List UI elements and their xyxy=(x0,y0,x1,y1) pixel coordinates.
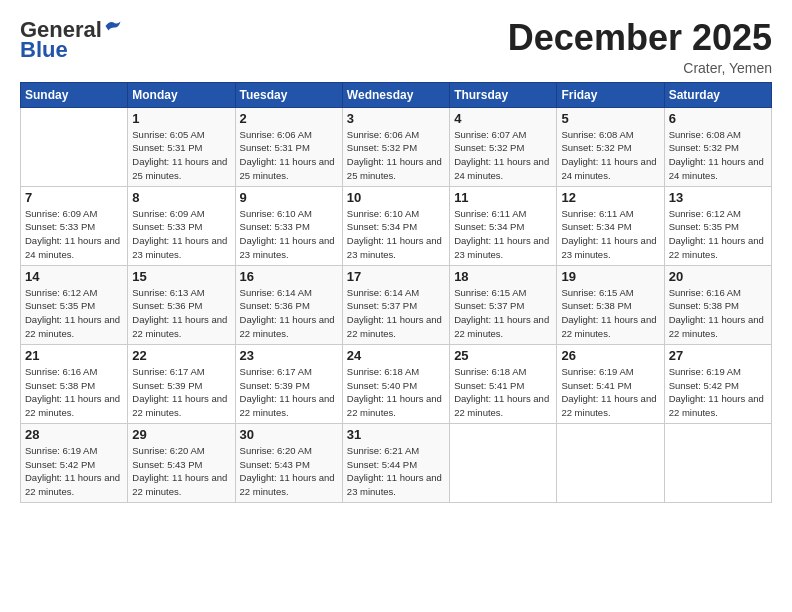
day-info: Sunrise: 6:17 AMSunset: 5:39 PMDaylight:… xyxy=(132,365,230,420)
day-info: Sunrise: 6:08 AMSunset: 5:32 PMDaylight:… xyxy=(561,128,659,183)
calendar-cell: 24Sunrise: 6:18 AMSunset: 5:40 PMDayligh… xyxy=(342,344,449,423)
logo-icon xyxy=(104,17,122,35)
calendar-cell: 21Sunrise: 6:16 AMSunset: 5:38 PMDayligh… xyxy=(21,344,128,423)
calendar-cell: 8Sunrise: 6:09 AMSunset: 5:33 PMDaylight… xyxy=(128,186,235,265)
calendar-cell: 12Sunrise: 6:11 AMSunset: 5:34 PMDayligh… xyxy=(557,186,664,265)
calendar-cell: 23Sunrise: 6:17 AMSunset: 5:39 PMDayligh… xyxy=(235,344,342,423)
day-number: 31 xyxy=(347,427,445,442)
day-number: 18 xyxy=(454,269,552,284)
day-number: 29 xyxy=(132,427,230,442)
calendar-cell xyxy=(21,107,128,186)
calendar-cell: 2Sunrise: 6:06 AMSunset: 5:31 PMDaylight… xyxy=(235,107,342,186)
calendar-cell: 15Sunrise: 6:13 AMSunset: 5:36 PMDayligh… xyxy=(128,265,235,344)
day-number: 1 xyxy=(132,111,230,126)
day-number: 24 xyxy=(347,348,445,363)
calendar-cell: 13Sunrise: 6:12 AMSunset: 5:35 PMDayligh… xyxy=(664,186,771,265)
day-info: Sunrise: 6:18 AMSunset: 5:40 PMDaylight:… xyxy=(347,365,445,420)
day-info: Sunrise: 6:17 AMSunset: 5:39 PMDaylight:… xyxy=(240,365,338,420)
calendar-cell: 18Sunrise: 6:15 AMSunset: 5:37 PMDayligh… xyxy=(450,265,557,344)
calendar-cell: 31Sunrise: 6:21 AMSunset: 5:44 PMDayligh… xyxy=(342,423,449,502)
day-info: Sunrise: 6:21 AMSunset: 5:44 PMDaylight:… xyxy=(347,444,445,499)
day-number: 17 xyxy=(347,269,445,284)
calendar-header-row: SundayMondayTuesdayWednesdayThursdayFrid… xyxy=(21,82,772,107)
day-number: 19 xyxy=(561,269,659,284)
month-title: December 2025 xyxy=(508,18,772,58)
page-container: General Blue December 2025 Crater, Yemen… xyxy=(0,0,792,513)
calendar-cell: 20Sunrise: 6:16 AMSunset: 5:38 PMDayligh… xyxy=(664,265,771,344)
calendar-header-tuesday: Tuesday xyxy=(235,82,342,107)
day-number: 15 xyxy=(132,269,230,284)
day-number: 2 xyxy=(240,111,338,126)
day-info: Sunrise: 6:12 AMSunset: 5:35 PMDaylight:… xyxy=(669,207,767,262)
day-number: 16 xyxy=(240,269,338,284)
calendar-cell: 11Sunrise: 6:11 AMSunset: 5:34 PMDayligh… xyxy=(450,186,557,265)
day-info: Sunrise: 6:11 AMSunset: 5:34 PMDaylight:… xyxy=(454,207,552,262)
calendar-cell: 14Sunrise: 6:12 AMSunset: 5:35 PMDayligh… xyxy=(21,265,128,344)
calendar-cell: 9Sunrise: 6:10 AMSunset: 5:33 PMDaylight… xyxy=(235,186,342,265)
day-number: 25 xyxy=(454,348,552,363)
calendar-week-2: 7Sunrise: 6:09 AMSunset: 5:33 PMDaylight… xyxy=(21,186,772,265)
day-number: 6 xyxy=(669,111,767,126)
calendar-week-4: 21Sunrise: 6:16 AMSunset: 5:38 PMDayligh… xyxy=(21,344,772,423)
calendar-cell: 25Sunrise: 6:18 AMSunset: 5:41 PMDayligh… xyxy=(450,344,557,423)
calendar-cell xyxy=(557,423,664,502)
day-number: 26 xyxy=(561,348,659,363)
day-number: 14 xyxy=(25,269,123,284)
calendar-cell xyxy=(450,423,557,502)
day-number: 20 xyxy=(669,269,767,284)
day-number: 28 xyxy=(25,427,123,442)
calendar-cell: 17Sunrise: 6:14 AMSunset: 5:37 PMDayligh… xyxy=(342,265,449,344)
calendar-header-thursday: Thursday xyxy=(450,82,557,107)
day-number: 23 xyxy=(240,348,338,363)
calendar-cell: 30Sunrise: 6:20 AMSunset: 5:43 PMDayligh… xyxy=(235,423,342,502)
day-info: Sunrise: 6:10 AMSunset: 5:33 PMDaylight:… xyxy=(240,207,338,262)
day-number: 5 xyxy=(561,111,659,126)
title-block: December 2025 Crater, Yemen xyxy=(508,18,772,76)
day-info: Sunrise: 6:11 AMSunset: 5:34 PMDaylight:… xyxy=(561,207,659,262)
day-info: Sunrise: 6:06 AMSunset: 5:31 PMDaylight:… xyxy=(240,128,338,183)
calendar-cell: 3Sunrise: 6:06 AMSunset: 5:32 PMDaylight… xyxy=(342,107,449,186)
calendar-cell: 10Sunrise: 6:10 AMSunset: 5:34 PMDayligh… xyxy=(342,186,449,265)
calendar-cell: 29Sunrise: 6:20 AMSunset: 5:43 PMDayligh… xyxy=(128,423,235,502)
day-info: Sunrise: 6:16 AMSunset: 5:38 PMDaylight:… xyxy=(669,286,767,341)
day-number: 3 xyxy=(347,111,445,126)
day-info: Sunrise: 6:19 AMSunset: 5:42 PMDaylight:… xyxy=(25,444,123,499)
calendar-cell: 28Sunrise: 6:19 AMSunset: 5:42 PMDayligh… xyxy=(21,423,128,502)
day-info: Sunrise: 6:05 AMSunset: 5:31 PMDaylight:… xyxy=(132,128,230,183)
day-info: Sunrise: 6:10 AMSunset: 5:34 PMDaylight:… xyxy=(347,207,445,262)
day-info: Sunrise: 6:14 AMSunset: 5:36 PMDaylight:… xyxy=(240,286,338,341)
calendar-cell xyxy=(664,423,771,502)
day-number: 21 xyxy=(25,348,123,363)
day-info: Sunrise: 6:09 AMSunset: 5:33 PMDaylight:… xyxy=(132,207,230,262)
location: Crater, Yemen xyxy=(508,60,772,76)
day-info: Sunrise: 6:06 AMSunset: 5:32 PMDaylight:… xyxy=(347,128,445,183)
calendar-header-monday: Monday xyxy=(128,82,235,107)
day-number: 27 xyxy=(669,348,767,363)
calendar-header-saturday: Saturday xyxy=(664,82,771,107)
day-info: Sunrise: 6:09 AMSunset: 5:33 PMDaylight:… xyxy=(25,207,123,262)
day-info: Sunrise: 6:14 AMSunset: 5:37 PMDaylight:… xyxy=(347,286,445,341)
day-info: Sunrise: 6:20 AMSunset: 5:43 PMDaylight:… xyxy=(240,444,338,499)
calendar-cell: 4Sunrise: 6:07 AMSunset: 5:32 PMDaylight… xyxy=(450,107,557,186)
day-number: 10 xyxy=(347,190,445,205)
day-info: Sunrise: 6:15 AMSunset: 5:37 PMDaylight:… xyxy=(454,286,552,341)
calendar-cell: 5Sunrise: 6:08 AMSunset: 5:32 PMDaylight… xyxy=(557,107,664,186)
day-number: 4 xyxy=(454,111,552,126)
calendar-cell: 6Sunrise: 6:08 AMSunset: 5:32 PMDaylight… xyxy=(664,107,771,186)
calendar-cell: 26Sunrise: 6:19 AMSunset: 5:41 PMDayligh… xyxy=(557,344,664,423)
calendar-week-1: 1Sunrise: 6:05 AMSunset: 5:31 PMDaylight… xyxy=(21,107,772,186)
logo: General Blue xyxy=(20,18,122,62)
day-info: Sunrise: 6:18 AMSunset: 5:41 PMDaylight:… xyxy=(454,365,552,420)
day-info: Sunrise: 6:16 AMSunset: 5:38 PMDaylight:… xyxy=(25,365,123,420)
day-info: Sunrise: 6:20 AMSunset: 5:43 PMDaylight:… xyxy=(132,444,230,499)
day-number: 8 xyxy=(132,190,230,205)
day-number: 12 xyxy=(561,190,659,205)
calendar-cell: 7Sunrise: 6:09 AMSunset: 5:33 PMDaylight… xyxy=(21,186,128,265)
calendar-header-wednesday: Wednesday xyxy=(342,82,449,107)
day-info: Sunrise: 6:07 AMSunset: 5:32 PMDaylight:… xyxy=(454,128,552,183)
calendar-week-5: 28Sunrise: 6:19 AMSunset: 5:42 PMDayligh… xyxy=(21,423,772,502)
day-info: Sunrise: 6:15 AMSunset: 5:38 PMDaylight:… xyxy=(561,286,659,341)
day-info: Sunrise: 6:19 AMSunset: 5:41 PMDaylight:… xyxy=(561,365,659,420)
day-number: 7 xyxy=(25,190,123,205)
day-number: 9 xyxy=(240,190,338,205)
